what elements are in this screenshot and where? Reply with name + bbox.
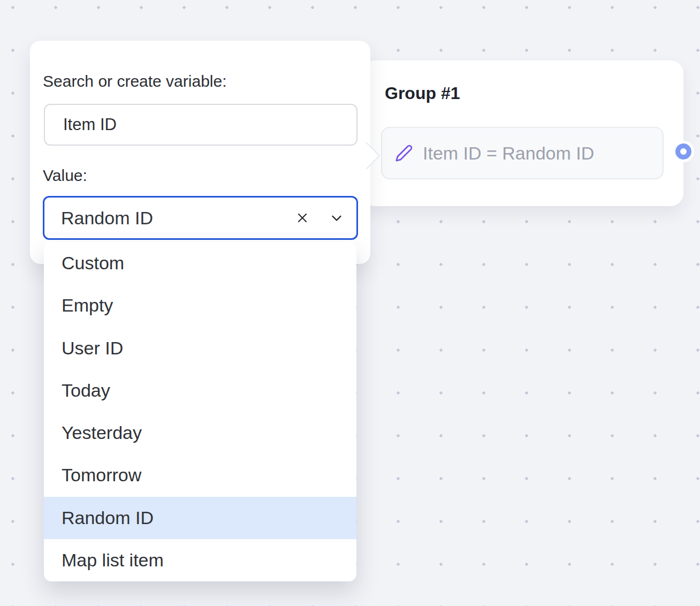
dropdown-item[interactable]: Random ID bbox=[44, 497, 356, 539]
dropdown-item-label: Custom bbox=[62, 253, 124, 274]
chevron-down-icon[interactable] bbox=[329, 210, 345, 226]
dropdown-item[interactable]: User ID bbox=[44, 327, 356, 369]
dropdown-item-label: Map list item bbox=[62, 550, 164, 571]
flow-canvas: Group #1 Item ID = Random ID Search or c… bbox=[0, 0, 700, 606]
group-title: Group #1 bbox=[385, 84, 460, 103]
dropdown-item-label: User ID bbox=[62, 338, 123, 359]
value-label: Value: bbox=[43, 166, 87, 185]
group-card: Group #1 Item ID = Random ID bbox=[362, 60, 683, 206]
dropdown-item[interactable]: Tomorrow bbox=[44, 454, 356, 496]
condition-row[interactable]: Item ID = Random ID bbox=[381, 127, 664, 179]
dropdown-item-label: Yesterday bbox=[62, 422, 142, 443]
pencil-icon[interactable] bbox=[395, 144, 413, 162]
dropdown-item-label: Today bbox=[62, 380, 110, 401]
condition-label: Item ID = Random ID bbox=[423, 143, 594, 164]
dropdown-item-label: Random ID bbox=[62, 507, 154, 528]
dropdown-item-label: Empty bbox=[62, 295, 113, 316]
variable-search-input[interactable] bbox=[44, 104, 357, 146]
output-connector-handle[interactable] bbox=[675, 143, 691, 160]
clear-icon[interactable] bbox=[295, 210, 310, 225]
dropdown-item[interactable]: Today bbox=[44, 369, 356, 412]
value-dropdown: Custom Empty User ID Today Yesterday Tom… bbox=[44, 242, 356, 581]
search-variable-label: Search or create variable: bbox=[43, 72, 227, 91]
dropdown-item[interactable]: Custom bbox=[44, 242, 356, 284]
dropdown-item[interactable]: Yesterday bbox=[44, 412, 356, 454]
value-select[interactable]: Random ID bbox=[43, 196, 358, 240]
variable-popup: Search or create variable: Value: Random… bbox=[30, 41, 370, 264]
dropdown-item-label: Tomorrow bbox=[62, 465, 141, 486]
value-select-current: Random ID bbox=[61, 208, 153, 229]
dropdown-item[interactable]: Map list item bbox=[44, 539, 356, 581]
dropdown-item[interactable]: Empty bbox=[44, 284, 356, 327]
